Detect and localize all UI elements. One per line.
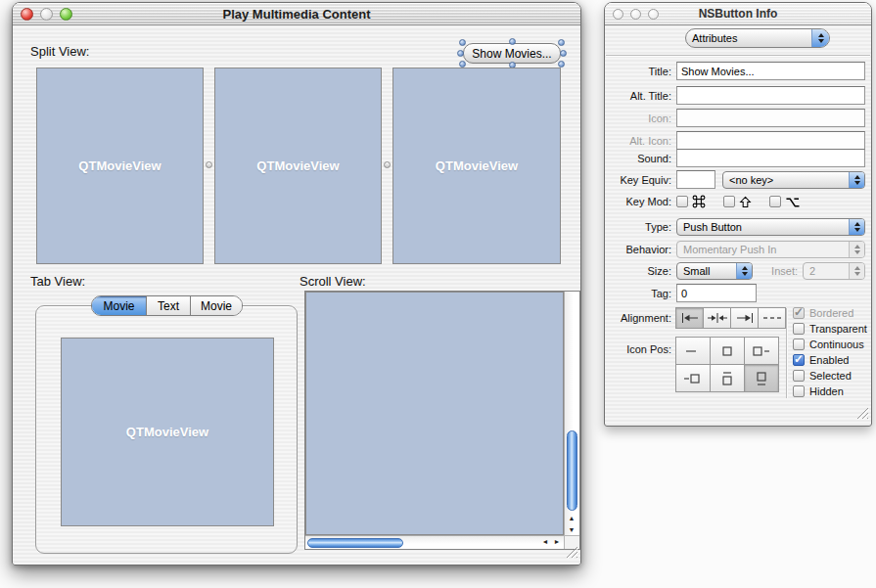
tag-label: Tag:: [611, 288, 676, 299]
tab-label: Text: [158, 299, 179, 313]
command-modifier-checkbox[interactable]: ✓: [676, 196, 688, 207]
shift-key-icon: [739, 196, 752, 208]
split-divider-handle[interactable]: [206, 161, 212, 168]
type-popup[interactable]: Push Button: [676, 218, 865, 236]
movie-view-label: QTMovieView: [256, 158, 339, 173]
alt-icon-field: [676, 131, 865, 150]
behavior-label: Behavior:: [611, 244, 676, 255]
alignment-label: Alignment:: [611, 312, 676, 324]
inspector-titlebar[interactable]: NSButton Info: [605, 3, 871, 25]
selection-handle[interactable]: [558, 61, 565, 68]
scroll-content[interactable]: [305, 292, 564, 535]
popup-stepper-icon: [736, 263, 752, 279]
tab-movie-2[interactable]: Movie: [191, 296, 242, 315]
continuous-checkbox[interactable]: ✓: [793, 339, 805, 350]
horizontal-scrollbar[interactable]: ◄ ►: [305, 535, 564, 549]
option-key-icon: [785, 196, 800, 208]
show-movies-label: Show Movies...: [472, 47, 551, 61]
tab-strip: Movie Text Movie: [91, 295, 243, 316]
bordered-checkbox: ✓: [793, 307, 805, 319]
scroll-left-arrow[interactable]: ◄: [539, 536, 551, 548]
tab-label: Movie: [103, 299, 134, 313]
align-left-button[interactable]: [675, 307, 704, 329]
key-equiv-popup[interactable]: <no key>: [722, 171, 865, 189]
title-field[interactable]: [676, 62, 865, 80]
desktop: Play Multimedia Content Split View: Show…: [0, 0, 876, 588]
shift-modifier-checkbox[interactable]: ✓: [723, 196, 735, 207]
scroll-right-arrow[interactable]: ►: [551, 536, 563, 548]
divider: [786, 308, 788, 398]
icon-pos-icon-right-icon: [682, 370, 704, 387]
selection-handle[interactable]: [558, 39, 565, 46]
align-right-button[interactable]: [730, 307, 759, 329]
scroll-up-arrow[interactable]: ▲: [565, 513, 578, 523]
icon-pos-line-only-button[interactable]: [675, 337, 711, 365]
selection-handle[interactable]: [457, 50, 464, 57]
hidden-label: Hidden: [809, 385, 844, 397]
scroll-down-arrow[interactable]: ▼: [565, 524, 578, 535]
icon-pos-icon-only-icon: [716, 342, 738, 360]
selected-checkbox[interactable]: ✓: [793, 370, 805, 382]
resize-grip[interactable]: [856, 406, 869, 424]
icon-pos-line-below-square-icon: [751, 370, 772, 387]
inset-popup-value: 2: [804, 265, 849, 277]
icon-pos-icon-left-icon: [751, 342, 772, 360]
transparent-label: Transparent: [809, 323, 867, 335]
vertical-scroll-thumb[interactable]: [567, 430, 577, 511]
align-natural-button[interactable]: [758, 307, 786, 329]
show-movies-button[interactable]: Show Movies...: [463, 43, 561, 64]
split-divider-handle[interactable]: [384, 161, 391, 168]
window-title: Play Multimedia Content: [13, 7, 580, 22]
icon-pos-icon-bottom-button[interactable]: [710, 364, 745, 392]
bordered-label: Bordered: [809, 307, 853, 319]
movie-view-label: QTMovieView: [126, 425, 208, 439]
pane-popup[interactable]: Attributes: [685, 28, 830, 48]
tab-view-label: Tab View:: [30, 274, 85, 289]
resize-grip[interactable]: [566, 545, 578, 563]
window-title: NSButton Info: [605, 7, 871, 21]
split-view-label: Split View:: [30, 44, 89, 59]
key-equiv-label: Key Equiv:: [611, 174, 676, 186]
selection-handle[interactable]: [459, 61, 466, 68]
icon-pos-icon-only-button[interactable]: [710, 337, 745, 365]
hidden-checkbox[interactable]: ✓: [793, 385, 805, 397]
movie-view-panel-2[interactable]: QTMovieView: [214, 68, 382, 264]
main-window-titlebar[interactable]: Play Multimedia Content: [13, 3, 580, 25]
type-label: Type:: [611, 221, 676, 233]
alt-title-field[interactable]: [676, 86, 865, 105]
popup-stepper-icon: [849, 263, 864, 279]
transparent-checkbox[interactable]: ✓: [793, 323, 805, 335]
vertical-scrollbar[interactable]: ▲ ▼: [564, 292, 579, 535]
icon-pos-icon-left-button[interactable]: [744, 337, 779, 365]
sound-field[interactable]: [676, 149, 865, 167]
scroll-view-label: Scroll View:: [300, 274, 366, 289]
tab-movie-1[interactable]: Movie: [92, 296, 147, 315]
movie-view-panel-3[interactable]: QTMovieView: [392, 68, 561, 264]
option-modifier-checkbox[interactable]: ✓: [769, 196, 781, 207]
tab-text[interactable]: Text: [147, 296, 191, 315]
selection-handle[interactable]: [509, 38, 516, 45]
icon-pos-line-only-icon: [682, 342, 704, 360]
behavior-popup: Momentary Push In: [676, 241, 865, 258]
tag-field[interactable]: [676, 284, 757, 302]
size-popup[interactable]: Small: [676, 262, 753, 280]
split-view: QTMovieView QTMovieView QTMovieView: [36, 68, 559, 262]
selection-handle[interactable]: [560, 50, 567, 57]
selection-handle[interactable]: [459, 39, 466, 46]
inset-label: Inset:: [753, 265, 803, 277]
icon-pos-icon-top-button[interactable]: [744, 364, 779, 392]
title-label: Title:: [611, 66, 676, 77]
align-right-icon: [734, 312, 756, 324]
popup-stepper-icon: [849, 242, 864, 257]
icon-pos-icon-right-button[interactable]: [675, 364, 711, 392]
align-center-button[interactable]: [703, 307, 731, 329]
align-left-icon: [679, 312, 701, 324]
alt-title-label: Alt. Title:: [611, 90, 676, 102]
inset-popup: 2: [803, 262, 865, 280]
enabled-checkbox[interactable]: ✓: [793, 354, 805, 366]
movie-view-panel-1[interactable]: QTMovieView: [36, 68, 204, 264]
horizontal-scroll-thumb[interactable]: [307, 538, 403, 548]
key-equiv-field[interactable]: [676, 170, 715, 189]
size-popup-value: Small: [677, 265, 736, 277]
tab-movie-view[interactable]: QTMovieView: [61, 338, 274, 526]
